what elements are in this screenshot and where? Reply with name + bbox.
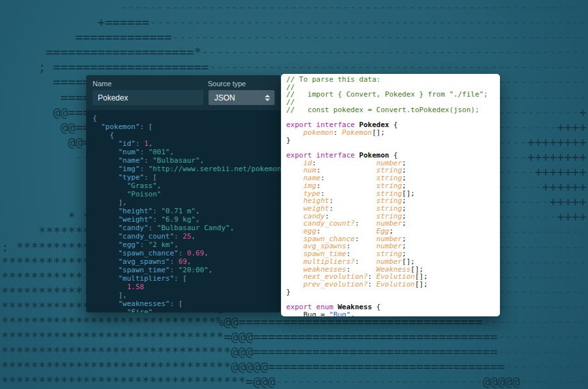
name-input[interactable] — [93, 90, 203, 105]
code-token: "0.71 m" — [161, 207, 196, 215]
code-line: // To parse this data: — [286, 76, 500, 84]
code-token — [93, 131, 110, 139]
code-token — [93, 123, 101, 131]
code-line: ], — [93, 291, 280, 300]
code-token: : — [140, 148, 148, 156]
code-token: "height" — [119, 207, 153, 215]
code-token: 25 — [183, 232, 191, 241]
ascii-art-row: ; =====================-----------------… — [1, 60, 587, 75]
typescript-output-editor[interactable]: // To parse this data://// import { Conv… — [281, 74, 500, 316]
code-token — [93, 148, 119, 156]
code-token: 1.58 — [127, 283, 144, 291]
code-token — [93, 139, 119, 148]
code-token — [93, 241, 119, 249]
code-token: , — [350, 311, 355, 316]
code-token: : — [178, 249, 187, 257]
code-token: "num" — [119, 148, 140, 156]
name-label: Name — [93, 80, 208, 88]
code-token: "egg" — [119, 241, 140, 249]
code-line: "avg_spawns": 69, — [93, 257, 280, 266]
code-token — [93, 198, 119, 207]
code-line: "Grass", — [93, 182, 280, 190]
code-token: { — [110, 131, 115, 139]
code-token: : [ — [174, 274, 187, 283]
code-token: "multipliers" — [119, 274, 174, 283]
code-token: "Fire" — [127, 308, 153, 312]
code-token: : — [153, 215, 161, 224]
code-token — [93, 224, 119, 232]
code-token — [93, 215, 119, 224]
code-line: "img": "http://www.serebii.net/pokemongo… — [93, 165, 280, 173]
code-token — [93, 300, 119, 308]
source-type-select[interactable]: JSON — [209, 90, 275, 105]
ascii-art-row: ----------------------------------------… — [1, 0, 587, 15]
code-token: 0.69 — [187, 249, 205, 257]
ascii-art-row: *******************************@@@@@====… — [1, 359, 587, 374]
code-token: "candy_count" — [119, 232, 174, 241]
code-line: { — [93, 131, 280, 139]
code-line: "pokemon": [ — [93, 123, 280, 131]
source-input-header: Name Source type JSON — [86, 75, 280, 110]
code-line: // const pokedex = Convert.toPokedex(jso… — [286, 106, 500, 114]
json-editor[interactable]: { "pokemon": [ { "id": 1, "num": "001", … — [86, 110, 280, 312]
code-token: "6.9 kg" — [161, 215, 196, 224]
code-token: "id" — [119, 139, 136, 148]
code-token: "name" — [119, 156, 144, 165]
code-token: , — [170, 148, 174, 156]
quicktype-screen: { "background": { "base_color": "#256174… — [0, 0, 588, 389]
code-token — [93, 190, 127, 198]
code-token — [286, 311, 304, 316]
code-line: 1.58 — [93, 283, 280, 291]
code-token: { — [93, 114, 97, 123]
code-token: , — [196, 215, 200, 224]
code-token: : — [144, 156, 153, 165]
sort-arrows-icon — [265, 95, 270, 101]
code-token: "spawn_time" — [119, 266, 170, 274]
code-token: , — [157, 182, 161, 190]
code-token: "weaknesses" — [119, 300, 170, 308]
code-token — [93, 257, 119, 266]
code-token: ], — [119, 291, 127, 300]
source-input-panel: Name Source type JSON { "pokemon": [ { "… — [86, 75, 280, 312]
code-token: "weight" — [119, 215, 153, 224]
code-token: "img" — [119, 165, 140, 173]
code-token: 69 — [178, 257, 187, 266]
code-token: , — [191, 232, 196, 241]
code-token: , — [196, 207, 200, 215]
code-token: "001" — [148, 148, 170, 156]
code-token: "2 km" — [148, 241, 174, 249]
code-token — [93, 207, 119, 215]
code-token: "avg_spawns" — [119, 257, 170, 266]
code-token — [93, 249, 119, 257]
code-line: "num": "001", — [93, 148, 280, 156]
code-token: "Poison" — [127, 190, 161, 198]
code-token — [93, 283, 127, 291]
code-token: ; — [402, 219, 407, 228]
code-token: []; — [372, 128, 385, 137]
code-line: prev_evolution?: Evolution[]; — [286, 281, 500, 289]
code-line: "id": 1, — [93, 139, 280, 148]
code-token: "Grass" — [127, 182, 157, 190]
ascii-art-row: *********************************=@@@---… — [1, 374, 587, 389]
code-token: // import { Convert, Pokedex } from "./f… — [286, 90, 488, 99]
code-token: "20:00" — [178, 266, 208, 274]
ascii-art-row: *****************************%@@========… — [1, 314, 587, 329]
code-token — [93, 291, 119, 300]
ascii-art-row: ====================*-------------------… — [1, 45, 587, 60]
code-token: : — [153, 207, 161, 215]
code-token: ], — [119, 198, 127, 207]
ascii-art-row: ******************************=@@@======… — [1, 329, 587, 344]
code-line: "weaknesses": [ — [93, 300, 280, 308]
code-line: "name": "Bulbasaur", — [93, 156, 280, 165]
code-line: "Fire", — [93, 308, 280, 312]
code-token: : [ — [140, 123, 153, 131]
code-token: pokemon — [304, 128, 334, 137]
code-token: prev_evolution? — [304, 280, 368, 289]
code-token — [93, 156, 119, 165]
code-token: , — [174, 241, 179, 249]
code-token: , — [148, 139, 153, 148]
code-token: Pokemon — [342, 128, 372, 137]
code-token: : [ — [144, 173, 157, 182]
code-token: Bug — [304, 311, 317, 316]
code-token: []; — [415, 280, 428, 289]
